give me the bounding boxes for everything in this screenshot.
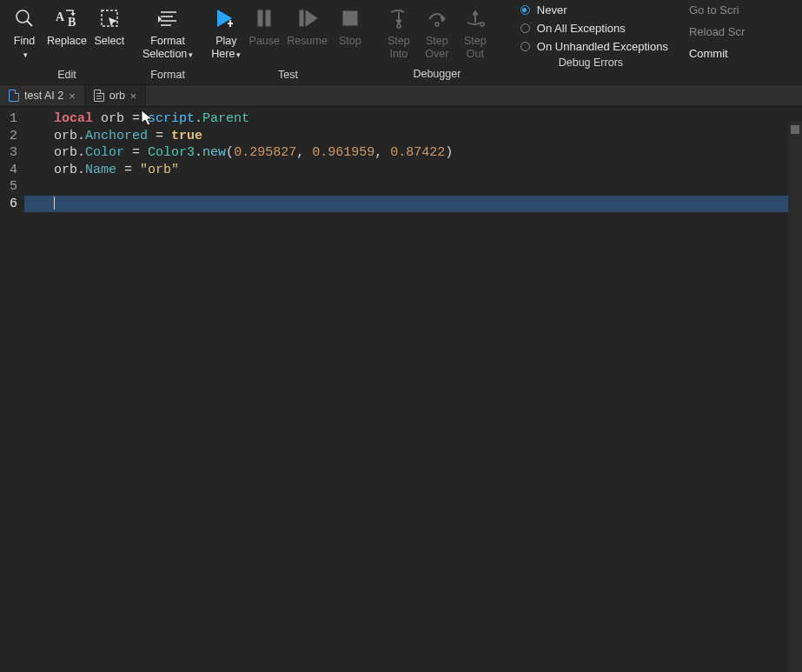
line-number: 1 (0, 110, 17, 128)
ribbon-group-test: Play Here Pause Resume Stop (202, 2, 374, 84)
debugger-group-label: Debugger (413, 68, 461, 80)
step-over-label-1: Step (426, 35, 448, 48)
line-number-current: 6 (0, 196, 17, 213)
play-icon (213, 3, 239, 33)
pause-icon (254, 3, 275, 33)
find-label: Find (14, 35, 35, 48)
debug-error-all-radio[interactable]: On All Exceptions (520, 22, 668, 35)
line-number: 5 (0, 178, 17, 196)
code-line: orb.Name = "orb" (54, 162, 802, 179)
play-label-1: Play (215, 35, 236, 48)
step-into-button[interactable]: Step Into (381, 2, 416, 63)
edit-group-label: Edit (57, 69, 76, 81)
resume-button[interactable]: Resume (285, 2, 329, 50)
tab-label: test AI 2 (24, 90, 63, 102)
step-over-icon (425, 3, 449, 33)
pause-label: Pause (249, 35, 280, 48)
ribbon: Find AB Replace Select Edit (0, 0, 802, 84)
ribbon-group-format: Format Selection Format (134, 2, 202, 84)
replace-icon: AB (54, 3, 80, 33)
ribbon-right-column: Go to Scri Reload Scr Commit (682, 2, 745, 84)
commit-button[interactable]: Commit (689, 47, 745, 60)
stop-icon (340, 3, 361, 33)
svg-point-23 (435, 23, 439, 26)
step-out-label-2: Out (467, 48, 484, 61)
code-area[interactable]: local orb = script.Parent orb.Anchored =… (24, 107, 802, 657)
svg-point-26 (481, 23, 484, 26)
replace-button[interactable]: AB Replace (45, 2, 89, 50)
step-into-label-1: Step (388, 35, 410, 48)
stop-button[interactable]: Stop (333, 2, 368, 50)
resume-label: Resume (287, 35, 328, 48)
ribbon-group-debug-errors: Never On All Exceptions On Unhandled Exc… (500, 2, 682, 84)
svg-rect-16 (300, 10, 303, 26)
debug-errors-group-label: Debug Errors (559, 57, 623, 69)
radio-icon (520, 42, 530, 51)
reload-script-button[interactable]: Reload Scr (689, 25, 745, 38)
tab-label: orb (109, 90, 125, 102)
code-line: orb.Anchored = true (54, 128, 802, 145)
step-into-icon (387, 3, 411, 33)
close-icon[interactable]: × (69, 90, 76, 103)
code-line: local orb = script.Parent (54, 110, 802, 128)
play-here-button[interactable]: Play Here (209, 2, 243, 63)
step-over-button[interactable]: Step Over (420, 2, 454, 63)
script-icon (94, 90, 104, 102)
code-editor[interactable]: 1 2 3 4 5 6 local orb = script.Parent or… (0, 107, 802, 657)
resume-icon (296, 3, 319, 33)
debug-error-unhandled-radio[interactable]: On Unhandled Exceptions (520, 40, 668, 53)
radio-selected-icon (520, 5, 530, 15)
format-selection-label-2: Selection (143, 48, 193, 62)
format-selection-button[interactable]: Format Selection (141, 2, 195, 63)
pause-button[interactable]: Pause (247, 2, 282, 50)
svg-rect-14 (258, 10, 262, 26)
on-all-label: On All Exceptions (537, 22, 626, 35)
svg-point-0 (17, 10, 29, 23)
find-button[interactable]: Find (7, 2, 42, 63)
step-out-icon (463, 3, 487, 33)
test-group-label: Test (278, 69, 298, 81)
svg-point-13 (229, 25, 231, 27)
radio-icon (520, 23, 530, 33)
svg-rect-18 (343, 11, 357, 25)
format-selection-icon (156, 3, 180, 33)
line-number: 2 (0, 128, 17, 145)
svg-line-1 (27, 21, 32, 26)
svg-point-21 (397, 24, 401, 28)
svg-marker-17 (306, 10, 317, 26)
text-caret (54, 196, 55, 210)
ribbon-group-edit: Find AB Replace Select Edit (3, 2, 134, 84)
svg-text:A: A (56, 10, 65, 23)
svg-rect-15 (266, 10, 270, 26)
magnifier-icon (13, 3, 36, 33)
tab-bar: test AI 2 × orb × (0, 84, 802, 107)
select-button[interactable]: Select (92, 2, 127, 50)
goto-script-button[interactable]: Go to Scri (689, 3, 745, 17)
tab-test-ai-2[interactable]: test AI 2 × (0, 85, 85, 106)
code-line: orb.Color = Color3.new(0.295827, 0.96195… (54, 144, 802, 162)
stop-label: Stop (339, 35, 361, 48)
line-number: 4 (0, 162, 17, 179)
ribbon-group-debugger: Step Into Step Over Step Out Debugger (374, 2, 500, 84)
format-group-label: Format (150, 69, 185, 81)
select-label: Select (95, 35, 125, 48)
play-label-2: Here (211, 48, 241, 62)
svg-text:B: B (68, 16, 76, 29)
step-out-button[interactable]: Step Out (458, 2, 493, 63)
code-line-current (54, 196, 802, 213)
never-label: Never (537, 3, 567, 17)
code-line (54, 178, 802, 196)
step-out-label-1: Step (464, 35, 487, 48)
close-icon[interactable]: × (130, 90, 137, 103)
line-number: 3 (0, 144, 17, 162)
script-icon (9, 90, 19, 102)
tab-orb[interactable]: orb × (85, 85, 147, 106)
format-selection-label-1: Format (150, 35, 185, 48)
replace-label: Replace (47, 35, 87, 48)
line-gutter: 1 2 3 4 5 6 (0, 107, 24, 657)
debug-error-never-radio[interactable]: Never (520, 3, 668, 17)
select-icon (98, 3, 121, 33)
step-into-label-2: Into (389, 48, 408, 61)
on-unhandled-label: On Unhandled Exceptions (537, 40, 668, 53)
find-caret (22, 48, 28, 62)
